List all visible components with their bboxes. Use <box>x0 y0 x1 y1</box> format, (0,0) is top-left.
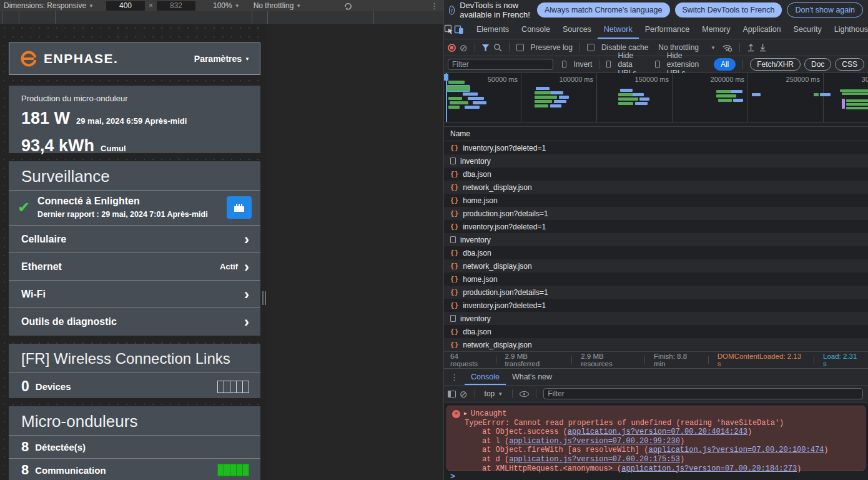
network-request-row[interactable]: inventory <box>444 312 868 325</box>
network-request-row[interactable]: inventory <box>444 233 868 246</box>
menu-row-label: Outils de diagnostic <box>21 316 117 328</box>
source-link[interactable]: application.js?version=07.00.20:99:230 <box>509 437 680 446</box>
network-request-row[interactable]: {}production.json?details=1 <box>444 207 868 220</box>
invert-checkbox[interactable] <box>562 61 566 68</box>
viewport-resize-handle[interactable] <box>262 291 266 305</box>
network-request-row[interactable]: {}production.json?details=1 <box>444 286 868 299</box>
network-request-row[interactable]: {}network_display.json <box>444 181 868 194</box>
console-prompt[interactable]: > <box>450 472 455 480</box>
more-options-icon[interactable]: ⋮ <box>430 1 438 11</box>
export-har-icon[interactable] <box>759 43 767 52</box>
network-request-row[interactable]: {}dba.json <box>444 325 868 338</box>
tab-application[interactable]: Application <box>736 20 787 39</box>
hide-data-urls-checkbox[interactable] <box>606 61 611 68</box>
banner-button-always-match-chrome-s-language[interactable]: Always match Chrome's language <box>537 2 670 18</box>
drawer-tab-console[interactable]: Console <box>465 369 506 385</box>
network-request-row[interactable]: {}dba.json <box>444 246 868 259</box>
ethernet-button[interactable] <box>227 196 252 219</box>
request-name: inventory.json?deleted=1 <box>463 222 546 231</box>
network-request-row[interactable]: {}inventory.json?deleted=1 <box>444 141 868 154</box>
micro-label: Communication <box>35 465 106 476</box>
network-filter-input[interactable] <box>448 59 553 70</box>
json-file-icon: {} <box>450 328 458 336</box>
throttling-select[interactable]: No throttling ▼ <box>250 1 305 10</box>
parametres-menu[interactable]: Paramètres ▼ <box>194 54 250 64</box>
type-filter-fetch-xhr[interactable]: Fetch/XHR <box>750 58 801 71</box>
record-network-log-icon[interactable] <box>448 44 456 52</box>
expand-triangle-icon[interactable]: ▶ <box>464 409 467 419</box>
signal-meter-empty <box>218 381 249 393</box>
banner-button-don-t-show-again[interactable]: Don't show again <box>787 2 863 18</box>
request-name: inventory <box>460 236 491 244</box>
summary-stat: 64 requests <box>450 352 487 368</box>
viewport-width-input[interactable] <box>106 1 145 11</box>
network-overview-timeline[interactable]: 50000 ms100000 ms150000 ms200000 ms25000… <box>444 73 868 122</box>
network-request-row[interactable]: {}inventory.json?deleted=1 <box>444 299 868 312</box>
rotate-device-icon[interactable] <box>343 1 352 10</box>
type-filter-css[interactable]: CSS <box>835 58 864 71</box>
drawer-tab-what-s-new[interactable]: What's new <box>506 369 558 385</box>
source-link[interactable]: application.js?version=07.00.20:4014:243 <box>568 428 747 436</box>
brand-name: ENPHASE. <box>44 51 118 66</box>
viewport-height-input[interactable] <box>157 1 195 11</box>
network-request-row[interactable]: {}home.json <box>444 194 868 207</box>
waterfall-bar <box>633 93 644 96</box>
tab-console[interactable]: Console <box>515 20 556 39</box>
network-throttling-label: No throttling <box>658 43 699 52</box>
clear-network-log-icon[interactable]: ⊘ <box>460 43 468 52</box>
menu-row-ethernet[interactable]: EthernetActif› <box>9 252 260 280</box>
menu-row-cellulaire[interactable]: Cellulaire› <box>9 225 260 252</box>
network-name-column-header[interactable]: Name <box>444 126 868 141</box>
tab-lighthouse[interactable]: Lighthouse <box>828 20 868 39</box>
drawer-menu-icon[interactable]: ⋮ <box>444 372 465 382</box>
emulated-page: ENPHASE. Paramètres ▼ Production du micr… <box>0 24 266 480</box>
network-request-row[interactable]: {}home.json <box>444 272 868 286</box>
menu-row-wi-fi[interactable]: Wi-Fi› <box>9 280 260 308</box>
tab-memory[interactable]: Memory <box>696 20 736 39</box>
live-expression-icon[interactable] <box>520 391 529 397</box>
tab-performance[interactable]: Performance <box>639 20 696 39</box>
enphase-logo-icon <box>19 49 38 68</box>
disable-cache-checkbox[interactable] <box>587 44 594 51</box>
network-request-row[interactable]: {}inventory.json?deleted=1 <box>444 220 868 233</box>
toggle-device-toolbar-icon[interactable] <box>454 20 464 39</box>
tab-elements[interactable]: Elements <box>470 20 515 39</box>
network-conditions-icon[interactable] <box>722 43 732 52</box>
import-har-icon[interactable] <box>747 43 755 52</box>
type-filter-all[interactable]: All <box>714 58 736 71</box>
preserve-log-checkbox[interactable] <box>516 44 524 51</box>
menu-row-label: Ethernet <box>21 261 62 272</box>
console-filter-input[interactable] <box>543 388 863 399</box>
tab-security[interactable]: Security <box>787 20 828 39</box>
type-filter-doc[interactable]: Doc <box>804 58 831 71</box>
request-name: production.json?details=1 <box>463 209 548 218</box>
search-icon[interactable] <box>493 43 502 52</box>
inspect-element-icon[interactable] <box>444 20 454 39</box>
network-request-row[interactable]: inventory <box>444 154 868 168</box>
source-link[interactable]: application.js?version=07.00.20:100:474 <box>648 446 824 454</box>
network-throttling-select[interactable]: No throttling ▼ <box>656 43 718 52</box>
network-summary-bar: 64 requests2.9 MB transferred2.9 MB reso… <box>444 351 868 368</box>
menu-row-outils-de-diagnostic[interactable]: Outils de diagnostic› <box>9 308 260 335</box>
waterfall-bar <box>842 92 868 95</box>
network-request-row[interactable]: {}network_display.json <box>444 259 868 272</box>
micro-count: 8 <box>21 462 29 478</box>
network-request-row[interactable]: {}dba.json <box>444 168 868 181</box>
source-link[interactable]: application.js?version=07.00.20:184:273 <box>621 464 797 473</box>
request-name: dba.json <box>463 328 491 336</box>
timeline-grip[interactable] <box>444 74 448 81</box>
console-sidebar-icon[interactable] <box>448 391 456 398</box>
zoom-select[interactable]: 100% ▼ <box>209 1 244 10</box>
dimensions-select[interactable]: Dimensions: Responsive ▼ <box>0 1 97 10</box>
timeline-tick-label: 300000 ms <box>862 76 868 83</box>
source-link[interactable]: application.js?version=07.00.20:175:53 <box>509 455 680 464</box>
request-name: inventory.json?deleted=1 <box>463 301 546 310</box>
tab-network[interactable]: Network <box>598 20 639 39</box>
filter-icon[interactable] <box>482 44 490 51</box>
clear-console-icon[interactable]: ⊘ <box>460 389 468 399</box>
tab-sources[interactable]: Sources <box>556 20 598 39</box>
network-request-row[interactable]: {}network_display.json <box>444 338 868 351</box>
banner-button-switch-devtools-to-french[interactable]: Switch DevTools to French <box>675 2 782 18</box>
hide-extension-urls-checkbox[interactable] <box>655 61 659 68</box>
execution-context-select[interactable]: top ▼ <box>482 389 506 398</box>
